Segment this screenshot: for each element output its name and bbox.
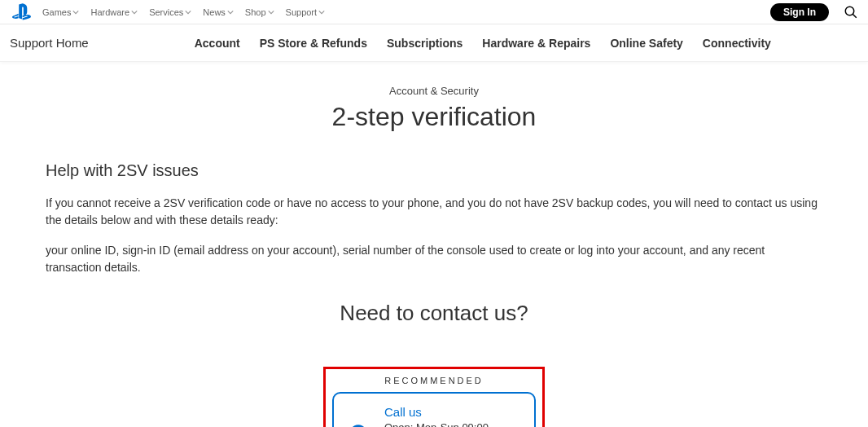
chevron-down-icon bbox=[268, 9, 274, 15]
breadcrumb: Account & Security bbox=[46, 85, 822, 97]
subnav-account[interactable]: Account bbox=[195, 37, 240, 50]
contact-card[interactable]: Call us Open: Mon-Sun 09:00 - 19:30 1800… bbox=[332, 392, 536, 427]
chevron-down-icon bbox=[185, 9, 191, 15]
recommended-label: RECOMMENDED bbox=[332, 376, 536, 385]
body-p2: your online ID, sign-in ID (email addres… bbox=[46, 242, 822, 276]
sign-in-button[interactable]: Sign In bbox=[770, 3, 829, 21]
page-title: 2-step verification bbox=[46, 102, 822, 132]
search-icon[interactable] bbox=[844, 5, 858, 20]
top-nav: Games Hardware Services News Shop Suppor… bbox=[0, 0, 868, 24]
chevron-down-icon bbox=[227, 9, 234, 15]
body-p1: If you cannot receive a 2SV verification… bbox=[46, 195, 822, 229]
nav-label: News bbox=[203, 7, 226, 17]
nav-support[interactable]: Support bbox=[286, 7, 326, 17]
subnav-online-safety[interactable]: Online Safety bbox=[610, 37, 682, 50]
contact-card-highlight: RECOMMENDED Call us Open: Mon-Sun 09:00 … bbox=[323, 367, 545, 427]
contact-heading: Need to contact us? bbox=[46, 301, 822, 326]
section-heading: Help with 2SV issues bbox=[46, 161, 822, 180]
top-nav-right: Sign In bbox=[770, 3, 858, 21]
nav-news[interactable]: News bbox=[203, 7, 234, 17]
sub-nav: Support Home Account PS Store & Refunds … bbox=[0, 24, 868, 62]
nav-hardware[interactable]: Hardware bbox=[90, 7, 138, 17]
chevron-down-icon bbox=[131, 9, 138, 15]
chevron-down-icon bbox=[72, 9, 79, 15]
svg-line-1 bbox=[853, 14, 857, 18]
nav-games[interactable]: Games bbox=[42, 7, 79, 17]
nav-services[interactable]: Services bbox=[149, 7, 191, 17]
playstation-logo-icon[interactable] bbox=[10, 3, 33, 21]
nav-label: Shop bbox=[245, 7, 266, 17]
nav-label: Support bbox=[286, 7, 318, 17]
headset-icon bbox=[345, 422, 371, 427]
support-home-link[interactable]: Support Home bbox=[10, 36, 89, 50]
subnav-subscriptions[interactable]: Subscriptions bbox=[387, 37, 462, 50]
nav-label: Games bbox=[42, 7, 71, 17]
nav-label: Hardware bbox=[90, 7, 129, 17]
call-us-title: Call us bbox=[384, 405, 523, 419]
main-content: Account & Security 2-step verification H… bbox=[0, 62, 868, 427]
contact-info: Call us Open: Mon-Sun 09:00 - 19:30 1800… bbox=[384, 405, 523, 427]
top-nav-items: Games Hardware Services News Shop Suppor… bbox=[42, 7, 770, 17]
svg-point-0 bbox=[845, 7, 854, 15]
chevron-down-icon bbox=[318, 9, 325, 15]
nav-label: Services bbox=[149, 7, 183, 17]
subnav-connectivity[interactable]: Connectivity bbox=[703, 37, 771, 50]
subnav-hardware[interactable]: Hardware & Repairs bbox=[482, 37, 590, 50]
subnav-ps-store[interactable]: PS Store & Refunds bbox=[260, 37, 367, 50]
hours-text: Open: Mon-Sun 09:00 - 19:30 bbox=[384, 420, 523, 427]
sub-nav-items: Account PS Store & Refunds Subscriptions… bbox=[195, 37, 771, 50]
nav-shop[interactable]: Shop bbox=[245, 7, 274, 17]
